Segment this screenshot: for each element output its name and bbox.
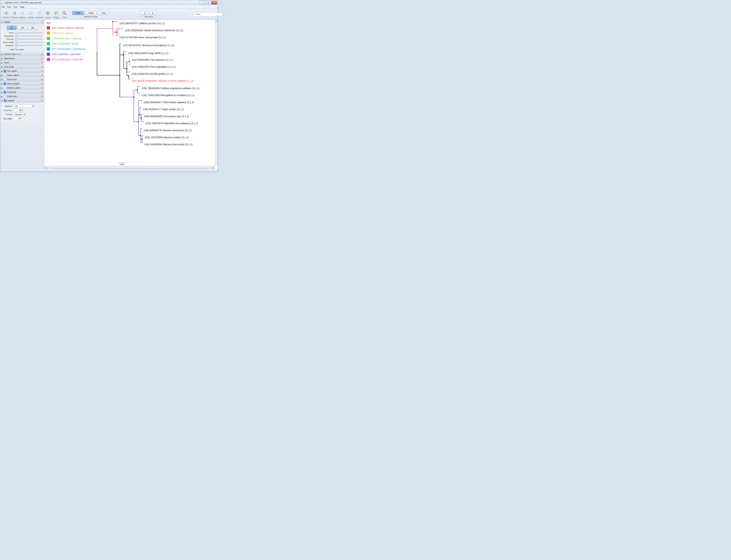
attribute-select[interactable]: lca <box>14 105 35 108</box>
sigdigits-input[interactable] <box>14 117 20 120</box>
pin-icon[interactable]: 📌 <box>41 99 43 102</box>
menu-help[interactable]: Help <box>20 6 24 8</box>
filter-box[interactable]: ▾ ⊗ <box>190 12 216 16</box>
vertical-scrollbar[interactable]: ▲ <box>215 20 218 166</box>
taxon-label[interactable]: (r26) 544509544 Macaca fascicularis (3,1… <box>144 143 192 146</box>
panel-scale-axis[interactable]: ▶Scale Axis📌 <box>0 94 44 98</box>
hscroll-track[interactable] <box>47 166 212 169</box>
tool-reroot[interactable]: Reroot <box>18 10 26 18</box>
taxon-label[interactable]: (r25) 817347160 Aotus nancymaae (5,1,1) <box>119 36 166 39</box>
radial-tree-button[interactable] <box>28 25 38 30</box>
pin-icon[interactable]: 📌 <box>41 91 43 93</box>
hscroll-thumb[interactable] <box>52 166 207 169</box>
pin-icon[interactable]: 📌 <box>41 66 43 68</box>
panel-trees[interactable]: ▶Trees📌 <box>0 61 44 65</box>
curvature-slider[interactable]: Curvature: <box>2 44 42 46</box>
horizontal-scrollbar[interactable]: ◄ ► <box>44 166 215 169</box>
pin-icon[interactable]: 📌 <box>41 53 43 55</box>
fontsize-input[interactable] <box>14 109 21 112</box>
tool-colour[interactable]: Colour <box>44 10 52 18</box>
taxon-label[interactable]: (r26) 795076074 Mandrillus leucophaeus (… <box>145 122 198 125</box>
panel-current-tree[interactable]: ▶Current Tree: 1 / 1📌 <box>0 52 44 56</box>
taxon-label[interactable]: (r26) 806638776 Macaca nemestrina (3,1,1… <box>144 129 192 132</box>
fontsize-spinner[interactable]: ▲▼ <box>14 109 24 112</box>
tool-annotate[interactable]: Annotate <box>35 10 43 18</box>
tool-cartoon[interactable]: Cartoon <box>2 10 10 18</box>
polar-tree-button[interactable] <box>17 25 27 30</box>
scroll-right-button[interactable]: ► <box>212 166 215 169</box>
align-tips-checkbox[interactable] <box>7 48 9 51</box>
zoom-slider[interactable]: Zoom: <box>2 32 42 34</box>
menu-edit[interactable]: Edit <box>7 6 11 8</box>
align-tips-row[interactable]: Align Tip Labels <box>2 48 42 51</box>
taxon-label[interactable]: (r26) 402904717 Papio anubis (3,1,1) <box>143 108 184 111</box>
taxon-label[interactable]: (r28) 289191459 Pongo abelii (1,1,1) <box>128 52 168 55</box>
tool-hilight[interactable]: Hilight <box>52 10 60 18</box>
pin-icon[interactable]: 📌 <box>41 62 43 64</box>
clear-icon[interactable]: ⊗ <box>223 13 225 16</box>
minimize-button[interactable]: — <box>199 1 205 4</box>
dropdown-icon[interactable]: ▾ <box>194 14 195 15</box>
filter-input[interactable] <box>196 13 222 16</box>
taxon-label[interactable]: (r26) 724813358 Rhinopithecus roxellana … <box>142 94 194 97</box>
tool-find[interactable]: Find <box>61 10 69 18</box>
taxon-label[interactable]: (r26) 795333263 Colobus angolensis palli… <box>142 87 199 90</box>
rectangular-tree-button[interactable] <box>7 25 17 30</box>
tip-labels-checkbox[interactable] <box>4 70 6 72</box>
panel-node-shapes[interactable]: ▶Node Shapes📌 <box>0 82 44 86</box>
format-select[interactable]: Decimal <box>14 113 26 116</box>
taxon-label[interactable]: (r26) 806638828 Cercocebus atys (3,1,1) <box>144 115 189 118</box>
expansion-slider[interactable]: Expansion: <box>2 35 42 37</box>
scale-axis-checkbox[interactable] <box>4 95 6 98</box>
titlebar[interactable]: FigTree v1.4.0 - 4757876_seq_tree.nex — … <box>0 0 218 5</box>
pin-icon[interactable]: 📌 <box>41 57 43 60</box>
close-button[interactable]: ✕ <box>211 1 217 4</box>
taxon-label[interactable]: (r29) 525313831 Pan paniscus (1,1,1) <box>132 58 173 61</box>
tree-canvas[interactable]: lca (r31) Homo sapiens / species(r30) Ho… <box>44 20 218 169</box>
taxon-label[interactable]: (r29) 525507015 Gorilla gorilla (1,1,1) <box>132 72 173 75</box>
panel-legend[interactable]: ▼Legend📌 <box>0 98 44 103</box>
taxon-label[interactable]: (r25) 403303403 Saimiri boliviensis boli… <box>125 29 183 32</box>
menu-file[interactable]: File <box>1 6 5 8</box>
panel-time-scale[interactable]: ▶Time Scale📌 <box>0 65 44 69</box>
node-bars-checkbox[interactable] <box>4 78 6 81</box>
pin-icon[interactable]: 📌 <box>41 78 43 81</box>
taxon-label[interactable]: (r27) 821324761 Nomascus leucogenys (2,1… <box>123 44 174 47</box>
scroll-left-button[interactable]: ◄ <box>44 166 47 169</box>
sigdigits-spinner[interactable]: ▲▼ <box>14 117 22 120</box>
rootlength-slider[interactable]: Root Length: <box>2 41 42 43</box>
mode-clade-button[interactable]: Clade <box>85 11 97 15</box>
tool-rotate[interactable]: Rotate <box>27 10 35 18</box>
pin-icon[interactable]: 📌 <box>41 74 43 76</box>
panel-node-labels[interactable]: ▶Node Labels📌 <box>0 73 44 77</box>
prev-button[interactable]: ◄ <box>141 11 148 15</box>
legend-checkbox[interactable] <box>4 99 6 102</box>
tool-collapse[interactable]: Collapse <box>10 10 18 18</box>
menu-tree[interactable]: Tree <box>13 6 17 8</box>
mode-node-button[interactable]: Node <box>72 11 84 15</box>
pin-icon[interactable]: 📌 <box>41 95 43 98</box>
branch-labels-checkbox[interactable] <box>4 87 6 89</box>
panel-branch-labels[interactable]: ▶Branch Labels📌 <box>0 86 44 90</box>
taxon-label[interactable]: (r25) 390478707 Callithrix jacchus (4,1,… <box>119 22 165 25</box>
fisheye-slider[interactable]: Fish Eye: <box>2 38 42 40</box>
panel-node-bars[interactable]: ▶Node Bars📌 <box>0 77 44 82</box>
pin-icon[interactable]: 📌 <box>41 21 43 23</box>
taxon-label[interactable]: (r26) 239735506 Macaca mulatta (3,1,1) <box>145 136 189 139</box>
panel-scale-bar[interactable]: ▶Scale Bar📌 <box>0 90 44 94</box>
taxon-label[interactable]: (r29) 299522973 Pan troglodytes (1,1,1) <box>132 65 175 68</box>
pin-icon[interactable]: 📌 <box>41 70 43 72</box>
pin-icon[interactable]: 📌 <box>41 83 43 85</box>
panel-layout-header[interactable]: ▼ Layout 📌 <box>0 20 44 24</box>
node-labels-checkbox[interactable] <box>4 74 6 76</box>
taxon-label[interactable]: (r31) gi|4757876|ref|NP_004326.1| Homo s… <box>132 79 194 82</box>
node-shapes-checkbox[interactable] <box>4 83 6 85</box>
panel-tip-labels[interactable]: ▶Tip Labels📌 <box>0 69 44 73</box>
mode-taxa-button[interactable]: Taxa <box>98 11 109 15</box>
scale-bar-checkbox[interactable] <box>4 91 6 93</box>
pin-icon[interactable]: 📌 <box>41 87 43 89</box>
taxon-label[interactable]: (r26) 635036947 Chlorocebus sabaeus (3,1… <box>144 101 194 104</box>
scroll-up-button[interactable]: ▲ <box>215 20 218 23</box>
maximize-button[interactable]: ◻ <box>205 1 211 4</box>
next-button[interactable]: ► <box>149 11 156 15</box>
